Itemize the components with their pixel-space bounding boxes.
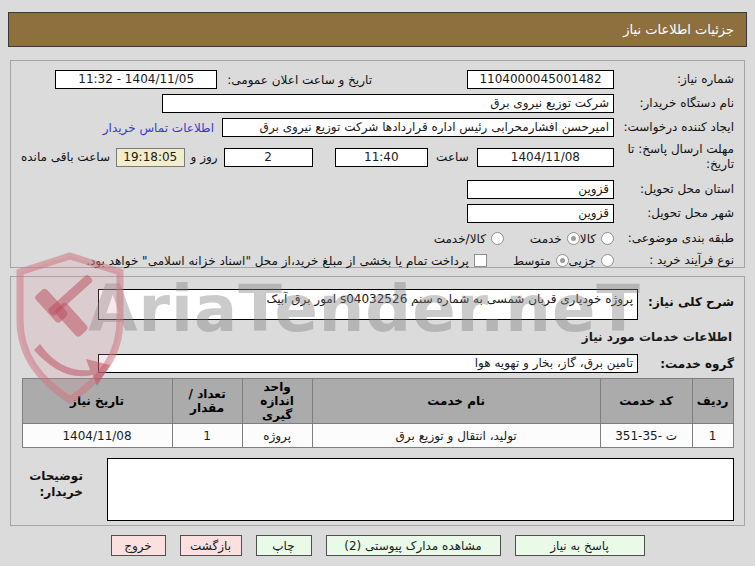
creator-field[interactable]: امیرحسن افشارمحرابی رئیس اداره قراردادها…	[222, 118, 614, 137]
respond-button[interactable]: پاسخ به نیاز	[515, 535, 645, 556]
province-row: استان محل تحویل: قزوین	[21, 180, 734, 199]
buyer-notes-row: توضیحات خریدار:	[21, 458, 734, 521]
back-button[interactable]: بازگشت	[180, 535, 242, 556]
city-label: شهر محل تحویل:	[614, 206, 734, 221]
cell-service-code: ت -35-351	[600, 424, 692, 448]
category-label: طبقه بندی موضوعی:	[614, 231, 734, 246]
announce-datetime-field[interactable]: 1404/11/05 - 11:32	[55, 70, 217, 89]
title-bar: جزئیات اطلاعات نیاز	[8, 12, 747, 47]
deadline-hour-label: ساعت	[436, 150, 469, 164]
radio-service-label: خدمت	[530, 232, 562, 246]
services-table-header-row: ردیف کد خدمت نام خدمت واحد اندازه گیری ت…	[22, 379, 733, 424]
need-number-row: شماره نیاز: 1104000045001482 تاریخ و ساع…	[21, 70, 734, 89]
category-row: طبقه بندی موضوعی: کالا خدمت کالا/خدمت	[21, 231, 734, 246]
radio-goods-label: کالا	[580, 232, 596, 246]
cell-service-name: تولید، انتقال و توزیع برق	[312, 424, 600, 448]
countdown-field: 19:18:05	[116, 148, 185, 167]
exit-button[interactable]: خروج	[111, 535, 166, 556]
need-number-label: شماره نیاز:	[614, 72, 734, 87]
description-label: شرح کلی نیاز:	[638, 295, 734, 309]
col-quantity: تعداد / مقدار	[172, 379, 242, 424]
radio-minor-label: جزیی	[569, 254, 596, 268]
col-service-name: نام خدمت	[312, 379, 600, 424]
city-field[interactable]: قزوین	[467, 204, 614, 223]
buyer-notes-textarea[interactable]	[107, 458, 734, 521]
creator-row: ایجاد کننده درخواست: امیرحسن افشارمحرابی…	[21, 118, 734, 137]
treasury-checkbox[interactable]	[474, 254, 487, 267]
buyer-org-label: نام دستگاه خریدار:	[614, 96, 734, 111]
services-table: ردیف کد خدمت نام خدمت واحد اندازه گیری ت…	[22, 378, 734, 448]
action-button-row: پاسخ به نیاز مشاهده مدارک پیوستی (2) چاپ…	[0, 535, 755, 556]
days-and-label: روز و	[191, 150, 218, 164]
services-section-header: اطلاعات خدمات مورد نیاز	[21, 330, 732, 344]
buyer-org-row: نام دستگاه خریدار: شرکت توزیع نیروی برق	[21, 94, 734, 113]
radio-medium-label: متوسط	[513, 254, 551, 268]
process-type-label: نوع فرآیند خرید :	[614, 253, 734, 268]
province-label: استان محل تحویل:	[614, 182, 734, 197]
services-groupbox: شرح کلی نیاز: پروژه خودیاری قربان شمسی ب…	[10, 276, 745, 526]
deadline-label: مهلت ارسال پاسخ: تا تاریخ:	[614, 142, 734, 172]
deadline-date-field[interactable]: 1404/11/08	[477, 148, 614, 167]
radio-minor[interactable]	[601, 254, 614, 267]
buyer-org-field[interactable]: شرکت توزیع نیروی برق	[162, 94, 614, 113]
hours-remaining-label: ساعت باقی مانده	[21, 150, 110, 164]
description-row: شرح کلی نیاز: پروژه خودیاری قربان شمسی ب…	[21, 289, 734, 320]
treasury-checkbox-label: پرداخت تمام یا بخشی از مبلغ خرید،از محل …	[86, 254, 469, 268]
deadline-row: مهلت ارسال پاسخ: تا تاریخ: 1404/11/08 سا…	[21, 142, 734, 172]
service-group-row: گروه خدمت: تامین برق، گاز، بخار و تهویه …	[21, 354, 734, 373]
description-textarea[interactable]: پروژه خودیاری قربان شمسی به شماره سنم s0…	[98, 289, 638, 320]
need-info-groupbox: شماره نیاز: 1104000045001482 تاریخ و ساع…	[10, 60, 745, 268]
radio-medium[interactable]	[556, 254, 569, 267]
remaining-days-field[interactable]: 2	[224, 148, 313, 167]
deadline-time-field[interactable]: 11:40	[335, 148, 429, 167]
need-number-field[interactable]: 1104000045001482	[467, 70, 614, 89]
process-type-row: نوع فرآیند خرید : جزیی متوسط پرداخت تمام…	[21, 253, 734, 268]
cell-row-no: 1	[692, 424, 733, 448]
radio-goods-service[interactable]	[491, 232, 504, 245]
radio-goods-service-label: کالا/خدمت	[434, 232, 486, 246]
col-need-date: تاریخ نیاز	[22, 379, 172, 424]
province-field[interactable]: قزوین	[467, 180, 614, 199]
col-service-code: کد خدمت	[600, 379, 692, 424]
table-row: 1 ت -35-351 تولید، انتقال و توزیع برق پر…	[22, 424, 733, 448]
col-unit: واحد اندازه گیری	[242, 379, 312, 424]
attachments-button[interactable]: مشاهده مدارک پیوستی (2)	[326, 535, 501, 556]
city-row: شهر محل تحویل: قزوین	[21, 204, 734, 223]
cell-need-date: 1404/11/08	[22, 424, 172, 448]
cell-quantity: 1	[172, 424, 242, 448]
buyer-contact-link[interactable]: اطلاعات تماس خریدار	[103, 121, 214, 135]
service-group-field[interactable]: تامین برق، گاز، بخار و تهویه هوا	[98, 354, 638, 373]
col-row-no: ردیف	[692, 379, 733, 424]
buyer-notes-label: توضیحات خریدار:	[21, 468, 83, 500]
page-title: جزئیات اطلاعات نیاز	[623, 22, 734, 37]
announce-label: تاریخ و ساعت اعلان عمومی:	[227, 73, 372, 87]
radio-goods[interactable]	[601, 232, 614, 245]
radio-service[interactable]	[567, 232, 580, 245]
cell-unit: پروژه	[242, 424, 312, 448]
print-button[interactable]: چاپ	[256, 535, 312, 556]
service-group-label: گروه خدمت:	[638, 357, 734, 371]
creator-label: ایجاد کننده درخواست:	[614, 120, 734, 135]
